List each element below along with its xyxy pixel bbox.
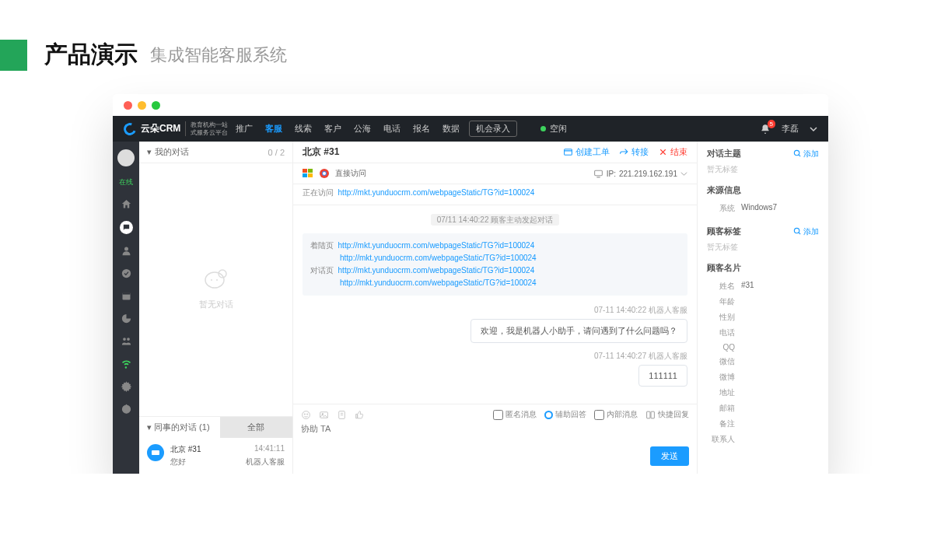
check-icon[interactable] [121,268,132,279]
power-icon[interactable] [121,403,132,415]
conv-agent: 机器人客服 [246,457,285,467]
chat-icon[interactable] [120,221,133,234]
add-topic-button[interactable]: 添加 [793,148,819,159]
top-nav: 云朵CRM 教育机构一站式服务云平台 推广 客服 线索 客户 公海 电话 报名 … [113,116,828,142]
status-dot-icon [540,126,546,131]
internal-checkbox[interactable]: 内部消息 [594,409,638,420]
chat-session-meta: 07/11 14:40:22 顾客主动发起对话 [303,215,687,226]
user-avatar[interactable] [117,149,135,166]
nav-item-phone[interactable]: 电话 [383,123,401,135]
tags-title: 顾客标签 [707,226,741,237]
svg-point-13 [216,279,218,281]
user-icon[interactable] [121,245,132,257]
home-icon[interactable] [121,198,132,210]
topic-title: 对话主题 [707,148,741,159]
nav-item-enroll[interactable]: 报名 [413,123,430,135]
current-user[interactable]: 李磊 [782,123,799,135]
svg-point-10 [205,272,224,288]
dialog-url-link[interactable]: http://mkt.yunduocrm.com/webpageStatic/T… [340,278,537,287]
conv-name: 北京 #31 [170,444,201,455]
gear-icon[interactable] [121,380,132,392]
chat-header: 北京 #31 创建工单 转接 结束 [293,142,697,163]
dialog-url-link[interactable]: http://mkt.yunduocrm.com/webpageStatic/T… [338,266,535,275]
attachment-icon[interactable] [337,410,347,420]
svg-rect-18 [303,173,307,177]
nav-item-leads[interactable]: 线索 [295,123,312,135]
quick-reply-button[interactable]: 快捷回复 [645,409,689,420]
side-iconbar: 在线 [113,142,139,474]
empty-state: 暂无对话 [139,163,292,416]
landing-url-link[interactable]: http://mkt.yunduocrm.com/webpageStatic/T… [338,241,535,250]
chevron-down-icon[interactable] [810,125,817,133]
nav-item-customers[interactable]: 客户 [324,123,341,135]
nav-items: 推广 客服 线索 客户 公海 电话 报名 数据 [236,123,460,135]
slide-title: 产品演示 [44,39,138,71]
window-minimize-icon[interactable] [138,101,146,110]
assist-toggle[interactable]: 辅助回答 [544,409,586,420]
page-info-card: 着陆页 http://mkt.yunduocrm.com/webpageStat… [303,233,687,296]
create-ticket-button[interactable]: 创建工单 [563,146,610,158]
svg-rect-30 [647,411,650,418]
nav-item-data[interactable]: 数据 [443,123,460,135]
visit-type-label: 直接访问 [335,168,366,179]
tab-colleague-conv[interactable]: ▾ 同事的对话 (1) [139,416,220,438]
conversation-item[interactable]: 北京 #3114:41:11 您好机器人客服 [139,438,292,474]
chat-message: 07-11 14:40:22 机器人客服 欢迎，我是机器人小助手，请问遇到了什么… [303,305,687,343]
chevron-down-icon [680,170,687,177]
conv-preview: 您好 [170,457,186,467]
thumbs-up-icon[interactable] [355,410,365,420]
visiting-url-link[interactable]: http://mkt.yunduocrm.com/webpageStatic/T… [338,188,535,197]
no-tags-label: 暂无标签 [707,242,819,253]
tab-all[interactable]: 全部 [220,416,293,438]
card-name-value: #31 [741,281,754,292]
nav-item-service[interactable]: 客服 [265,123,282,135]
svg-point-1 [125,226,126,227]
details-panel: 对话主题添加 暂无标签 来源信息 系统Windows7 顾客标签添加 暂无标签 … [698,142,828,474]
source-title: 来源信息 [707,184,741,196]
my-conv-count: 0 / 2 [268,148,285,157]
brand-logo[interactable]: 云朵CRM 教育机构一站式服务云平台 [124,121,228,136]
brand-name: 云朵CRM [141,122,180,135]
send-button[interactable]: 发送 [650,446,689,466]
wifi-icon[interactable] [121,358,132,369]
emoji-icon[interactable] [301,410,311,420]
chart-icon[interactable] [121,313,132,324]
record-opportunity-button[interactable]: 机会录入 [469,121,517,137]
image-icon[interactable] [319,410,329,420]
message-bubble: 111111 [638,365,687,387]
transfer-button[interactable]: 转接 [619,146,649,158]
message-bubble: 欢迎，我是机器人小助手，请问遇到了什么问题吗？ [471,319,687,343]
chat-title: 北京 #31 [303,145,339,159]
svg-point-6 [123,338,126,341]
compose-area: 匿名消息 辅助回答 内部消息 快捷回复 发送 [293,404,697,474]
nav-item-promo[interactable]: 推广 [236,123,253,135]
ip-display[interactable]: IP: 221.219.162.191 [593,169,687,179]
svg-point-33 [794,228,799,233]
app-body: 在线 ▾ 我的对话 0 / 2 暂无对话 ▾ 同事的对话 (1) 全 [113,142,828,474]
calendar-icon[interactable] [121,290,132,302]
landing-url-link[interactable]: http://mkt.yunduocrm.com/webpageStatic/T… [340,254,537,262]
app-window: 云朵CRM 教育机构一站式服务云平台 推广 客服 线索 客户 公海 电话 报名 … [113,94,828,474]
svg-rect-5 [122,292,130,295]
team-icon[interactable] [121,335,132,347]
anonymous-checkbox[interactable]: 匿名消息 [493,409,537,420]
window-maximize-icon[interactable] [152,101,160,110]
my-conversations-header[interactable]: ▾ 我的对话 0 / 2 [139,142,292,163]
notifications-button[interactable]: 5 [760,124,771,135]
visiting-url-row: 正在访问 http://mkt.yunduocrm.com/webpageSta… [293,184,697,205]
conv-time: 14:41:11 [254,444,285,455]
no-tags-label: 暂无标签 [707,164,819,175]
window-close-icon[interactable] [124,101,132,110]
chat-messages[interactable]: 07/11 14:40:22 顾客主动发起对话 着陆页 http://mkt.y… [293,205,697,404]
logo-icon [121,121,138,137]
svg-rect-16 [303,169,307,173]
agent-status[interactable]: 空闲 [540,123,567,135]
message-time: 07-11 14:40:22 机器人客服 [303,305,687,316]
add-tag-button[interactable]: 添加 [793,226,819,237]
end-chat-button[interactable]: 结束 [658,146,687,158]
svg-rect-14 [152,450,159,455]
svg-rect-31 [651,411,654,418]
svg-point-0 [124,226,125,227]
message-input[interactable] [301,423,689,445]
nav-item-pool[interactable]: 公海 [354,123,371,135]
